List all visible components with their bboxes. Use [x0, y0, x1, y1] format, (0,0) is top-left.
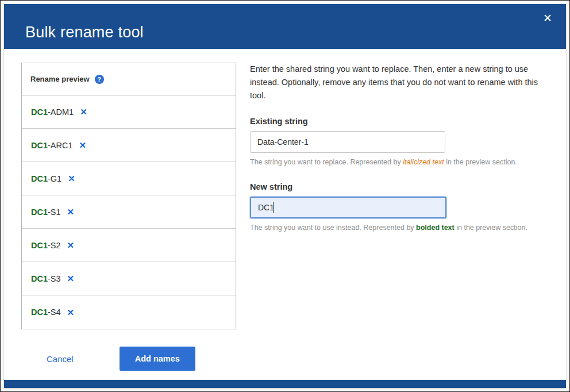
new-string-input-wrap: [250, 197, 446, 218]
modal-header: Bulk rename tool ✕: [4, 4, 566, 49]
add-names-button[interactable]: Add names: [120, 347, 195, 371]
item-new-part: DC1: [31, 174, 48, 183]
preview-row: DC1-ARC1 ✕: [22, 129, 236, 162]
rename-preview-table: Rename preview ? DC1-ADM1 ✕ DC1-ARC1 ✕ D…: [21, 63, 236, 329]
help-icon[interactable]: ?: [95, 75, 104, 84]
preview-row: DC1-G1 ✕: [22, 162, 236, 195]
helper-text: in the preview section.: [455, 224, 527, 232]
rename-preview-panel: Rename preview ? DC1-ADM1 ✕ DC1-ARC1 ✕ D…: [21, 63, 236, 380]
helper-text: The string you want to use instead. Repr…: [250, 224, 416, 232]
remove-item-icon[interactable]: ✕: [68, 174, 75, 183]
bolded-text-highlight: bolded text: [416, 224, 455, 232]
italicized-text-highlight: italicized text: [403, 158, 444, 166]
existing-string-label: Existing string: [250, 117, 550, 126]
item-new-part: DC1: [31, 141, 48, 150]
existing-string-helper: The string you want to replace. Represen…: [250, 158, 550, 166]
preview-row: DC1-S1 ✕: [22, 195, 236, 229]
rename-preview-title: Rename preview: [30, 75, 90, 83]
modal-actions: Cancel Add names: [21, 347, 236, 371]
item-rest-part: -S3: [48, 274, 61, 283]
text-caret: [273, 202, 274, 213]
new-string-input[interactable]: [250, 197, 446, 218]
item-rest-part: -S2: [48, 241, 61, 250]
item-rest-part: -ADM1: [48, 107, 74, 117]
modal-body: Rename preview ? DC1-ADM1 ✕ DC1-ARC1 ✕ D…: [4, 49, 566, 380]
helper-text: in the preview section.: [444, 158, 517, 166]
helper-text: The string you want to replace. Represen…: [250, 158, 403, 166]
remove-item-icon[interactable]: ✕: [67, 274, 75, 283]
screen: Bulk rename tool ✕ Rename preview ? DC1-…: [0, 0, 570, 392]
new-string-label: New string: [250, 182, 550, 191]
remove-item-icon[interactable]: ✕: [67, 308, 75, 317]
item-rest-part: -S4: [48, 308, 61, 317]
existing-string-input[interactable]: [250, 131, 445, 153]
remove-item-icon[interactable]: ✕: [80, 107, 87, 116]
modal-footer-bar: [4, 380, 566, 388]
preview-row: DC1-S4 ✕: [22, 295, 236, 329]
remove-item-icon[interactable]: ✕: [67, 207, 75, 216]
intro-text: Enter the shared string you want to repl…: [250, 63, 540, 103]
item-new-part: DC1: [31, 274, 48, 283]
remove-item-icon[interactable]: ✕: [79, 141, 87, 149]
item-rest-part: -S1: [48, 207, 61, 217]
item-rest-part: -ARC1: [48, 141, 73, 150]
remove-item-icon[interactable]: ✕: [67, 241, 75, 249]
item-new-part: DC1: [31, 241, 48, 250]
cancel-button[interactable]: Cancel: [47, 354, 74, 364]
preview-row: DC1-S3 ✕: [22, 262, 236, 295]
item-new-part: DC1: [31, 207, 48, 217]
new-string-helper: The string you want to use instead. Repr…: [250, 224, 550, 232]
preview-row: DC1-S2 ✕: [22, 229, 236, 262]
rename-form-panel: Enter the shared string you want to repl…: [236, 63, 550, 380]
close-icon[interactable]: ✕: [543, 13, 552, 24]
modal-title: Bulk rename tool: [25, 24, 144, 41]
item-new-part: DC1: [31, 107, 48, 117]
item-new-part: DC1: [31, 308, 48, 317]
item-rest-part: -G1: [48, 174, 61, 183]
bulk-rename-modal: Bulk rename tool ✕ Rename preview ? DC1-…: [4, 4, 566, 388]
preview-row: DC1-ADM1 ✕: [22, 95, 236, 129]
rename-preview-header: Rename preview ?: [22, 63, 236, 95]
